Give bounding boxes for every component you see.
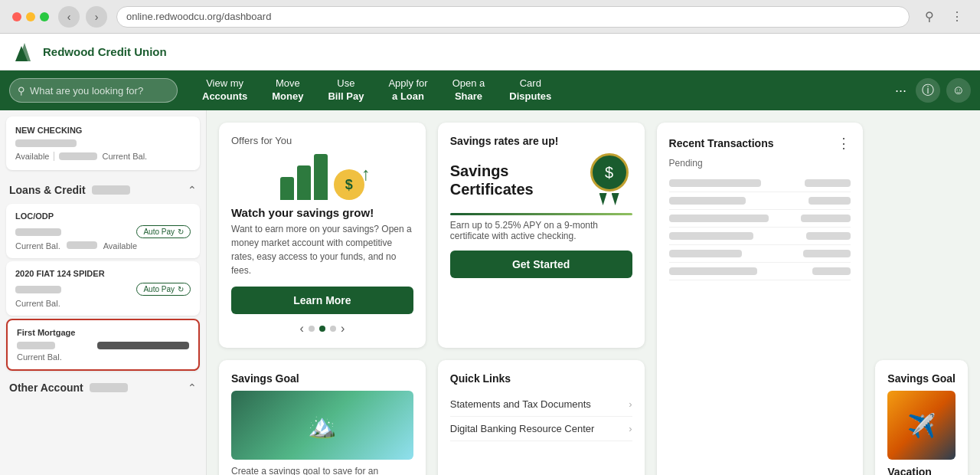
nav-line1-4: Open a	[452, 77, 485, 90]
loan-card-fiat[interactable]: 2020 FIAT 124 SPIDER Auto Pay ↻ Current …	[6, 261, 200, 316]
savings-cta-button[interactable]: Get Started	[450, 251, 632, 278]
checking-account-card[interactable]: NEW CHECKING Available Current Bal.	[6, 116, 200, 170]
back-button[interactable]: ‹	[58, 6, 80, 28]
fiat-current-bal: Current Bal.	[15, 299, 60, 308]
address-bar[interactable]: online.redwoodcu.org/dashboard	[116, 6, 910, 28]
mortgage-title: First Mortgage	[17, 328, 189, 337]
nav-item-open-share[interactable]: Open a Share	[440, 70, 498, 110]
goal-vacation-title: Vacation	[887, 466, 956, 475]
forward-button[interactable]: ›	[86, 6, 107, 28]
help-icon-btn[interactable]: ⓘ	[916, 78, 940, 103]
autopay-label: Auto Pay	[143, 228, 175, 236]
medal-circle: $	[590, 153, 629, 192]
search-icon-btn[interactable]: ⚲	[919, 6, 940, 28]
goal-image-right: ✈️	[887, 391, 956, 460]
checking-info: Available Current Bal.	[15, 152, 191, 161]
fiat-row: Auto Pay ↻	[15, 283, 191, 296]
logo-icon	[12, 40, 37, 64]
nav-line1-1: Move	[276, 77, 300, 90]
loc-title: LOC/ODP	[15, 211, 191, 221]
browser-dots	[12, 12, 49, 21]
offers-label: Offers for You	[231, 135, 413, 146]
goal-image-left: 🏔️	[231, 391, 413, 460]
loan-card-loc[interactable]: LOC/ODP Auto Pay ↻ Current Bal. Availabl…	[6, 204, 200, 258]
ribbon-right	[612, 193, 619, 205]
mortgage-info: Current Bal.	[17, 352, 189, 362]
nav-line2-3: a Loan	[392, 90, 424, 103]
dot-green[interactable]	[40, 12, 49, 21]
share-icon-btn[interactable]: ⋮	[946, 6, 968, 28]
fiat-balance	[15, 286, 61, 293]
table-row	[669, 192, 851, 210]
transactions-header: Recent Transactions ⋮	[669, 135, 851, 152]
loans-collapse-btn[interactable]: ⌃	[188, 184, 197, 196]
other-collapse-btn[interactable]: ⌃	[188, 382, 197, 394]
savings-goal-desc: Create a savings goal to save for an eme…	[231, 466, 413, 475]
dollar-sign: $	[345, 177, 353, 193]
savings-goal-left-card: Savings Goal 🏔️ Create a savings goal to…	[219, 360, 426, 475]
current-bal-label: Current Bal.	[102, 152, 147, 161]
quick-links-title: Quick Links	[450, 372, 632, 385]
carousel-prev[interactable]: ‹	[300, 322, 304, 336]
other-title-text: Other Account	[9, 382, 83, 394]
nav-line2-4: Share	[455, 90, 482, 103]
nav-line2-5: Disputes	[509, 90, 551, 103]
logo: Redwood Credit Union	[12, 40, 167, 64]
table-row	[669, 245, 851, 263]
loc-current-bal: Current Bal.	[15, 241, 60, 251]
pending-label: Pending	[669, 158, 851, 169]
quick-link-statements[interactable]: Statements and Tax Documents ›	[450, 392, 632, 417]
checking-balance-blurred	[15, 139, 77, 147]
address-text: online.redwoodcu.org/dashboard	[126, 11, 271, 22]
fiat-info: Current Bal.	[15, 299, 191, 308]
loc-bal-blurred	[67, 241, 97, 249]
savings-divider	[450, 213, 632, 215]
loans-badge	[92, 185, 130, 195]
offers-graphic: $ ↑	[231, 154, 413, 200]
tx-name-3	[669, 232, 753, 240]
nav-item-move-money[interactable]: Move Money	[260, 70, 315, 110]
search-bar[interactable]: ⚲ What are you looking for?	[9, 78, 178, 103]
table-row	[669, 210, 851, 228]
cdot-3[interactable]	[330, 326, 336, 332]
cdot-2[interactable]	[319, 326, 325, 332]
cdot-1[interactable]	[309, 326, 315, 332]
browser-chrome: ‹ › online.redwoodcu.org/dashboard ⚲ ⋮	[0, 0, 980, 34]
bar-2	[297, 165, 311, 200]
offers-cta-button[interactable]: Learn More	[231, 287, 413, 314]
nav-item-card-disputes[interactable]: Card Disputes	[497, 70, 564, 110]
tx-amount-0	[805, 179, 851, 187]
loan-card-mortgage[interactable]: First Mortgage Current Bal.	[6, 319, 200, 371]
quick-link-statements-label: Statements and Tax Documents	[450, 398, 591, 410]
dot-red[interactable]	[12, 12, 21, 21]
tx-amount-4	[803, 250, 851, 257]
user-icon-btn[interactable]: ☺	[946, 78, 971, 103]
nav-line1-2: Use	[337, 77, 354, 90]
bar-3	[314, 154, 328, 200]
dot-yellow[interactable]	[26, 12, 35, 21]
cert-line2: Certificates	[450, 180, 534, 198]
content-area: Offers for You $ ↑ Watch	[207, 110, 980, 475]
search-placeholder: What are you looking for?	[30, 85, 143, 97]
nav-more-button[interactable]: ···	[886, 83, 916, 99]
nav-item-view-accounts[interactable]: View my Accounts	[190, 70, 260, 110]
savings-desc: Earn up to 5.25% APY on a 9-month certif…	[450, 220, 632, 241]
bar-chart: $ ↑	[280, 154, 364, 200]
other-section-title: Other Account	[9, 382, 128, 394]
carousel-next[interactable]: ›	[341, 322, 345, 336]
savings-goal-right-card: Savings Goal ✈️ Vacation Longevity	[875, 360, 968, 475]
ribbon-left	[599, 193, 607, 205]
goal-image-nature: 🏔️	[231, 391, 413, 460]
loans-section-title: Loans & Credit	[9, 184, 130, 196]
search-icon: ⚲	[18, 85, 25, 97]
tx-amount-5	[812, 267, 851, 275]
nav-item-apply-loan[interactable]: Apply for a Loan	[376, 70, 439, 110]
quick-link-digital-banking[interactable]: Digital Banking Resource Center ›	[450, 417, 632, 441]
logo-text: Redwood Credit Union	[43, 45, 167, 58]
nav-item-bill-pay[interactable]: Use Bill Pay	[315, 70, 376, 110]
main: NEW CHECKING Available Current Bal. Loan…	[0, 110, 980, 475]
coin-wrapper: $ ↑	[334, 169, 364, 200]
bar-1	[280, 177, 294, 200]
available-label: Available	[15, 152, 49, 161]
transactions-more-btn[interactable]: ⋮	[837, 135, 851, 152]
